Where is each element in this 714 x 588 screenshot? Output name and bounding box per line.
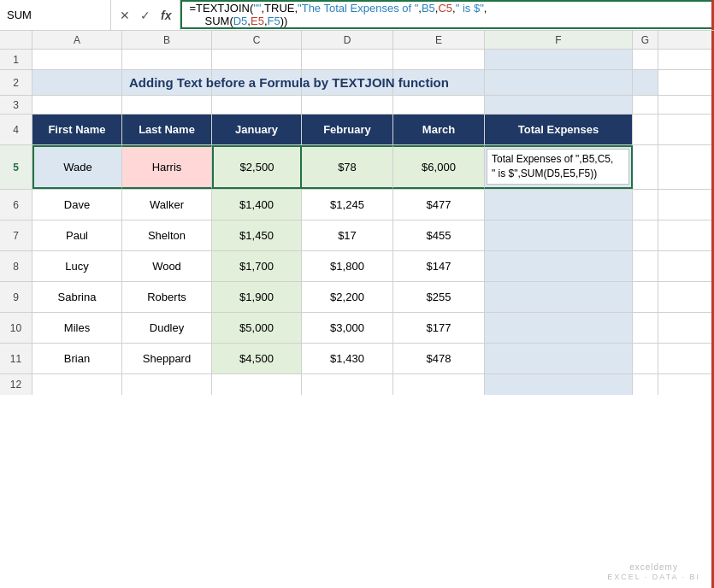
sheet-row-3: 3	[0, 96, 714, 115]
cell-7d[interactable]: $1,450	[212, 220, 302, 250]
cell-3e[interactable]	[302, 96, 393, 114]
cell-3f[interactable]	[393, 96, 485, 114]
insert-function-icon[interactable]: fx	[157, 7, 174, 24]
cell-7g[interactable]	[485, 220, 633, 250]
cell-9b[interactable]: Sabrina	[32, 282, 122, 312]
cell-12b[interactable]	[32, 374, 122, 395]
cell-8b[interactable]: Lucy	[32, 251, 122, 281]
cell-10e[interactable]: $3,000	[302, 313, 393, 343]
cell-6c[interactable]: Walker	[122, 190, 212, 220]
cell-10g[interactable]	[485, 313, 633, 343]
cell-11e[interactable]: $1,430	[302, 344, 393, 373]
col-header-e[interactable]: D	[302, 31, 393, 49]
sheet-row-8: 8 Lucy Wood $1,700 $1,800 $147	[0, 251, 714, 282]
cell-11d[interactable]: $4,500	[212, 344, 302, 373]
cell-11h[interactable]	[633, 344, 658, 373]
cell-8c[interactable]: Wood	[122, 251, 212, 281]
name-box[interactable]: SUM	[0, 0, 111, 30]
cell-11g[interactable]	[485, 344, 633, 373]
cell-9d[interactable]: $1,900	[212, 282, 302, 312]
cell-11b[interactable]: Brian	[32, 344, 122, 373]
cell-5d-value: $2,500	[240, 161, 274, 173]
cell-9c[interactable]: Roberts	[122, 282, 212, 312]
cell-7f[interactable]: $455	[393, 220, 485, 250]
cell-1c[interactable]	[122, 50, 212, 69]
cell-9g[interactable]	[485, 282, 633, 312]
cell-10b[interactable]: Miles	[32, 313, 122, 343]
cell-1e[interactable]	[302, 50, 393, 69]
cell-12d[interactable]	[212, 374, 302, 395]
cell-4g-header[interactable]: Total Expenses	[485, 115, 633, 144]
cell-4e-header[interactable]: February	[302, 115, 393, 144]
cell-5e[interactable]: $78	[302, 145, 393, 189]
confirm-icon[interactable]: ✓	[137, 7, 154, 24]
cell-5g[interactable]: Total Expenses of ",B5,C5," is $",SUM(D5…	[485, 145, 633, 189]
cell-10c[interactable]: Dudley	[122, 313, 212, 343]
cancel-icon[interactable]: ✕	[116, 7, 133, 24]
cell-2h[interactable]	[633, 70, 658, 95]
cell-3b[interactable]	[32, 96, 122, 114]
col-header-row-num	[0, 31, 32, 49]
cell-4d-header[interactable]: January	[212, 115, 302, 144]
formula-bar-text: =TEXTJOIN("",TRUE,"The Total Expenses of…	[189, 2, 487, 27]
cell-5f[interactable]: $6,000	[393, 145, 485, 189]
cell-4c-header[interactable]: Last Name	[122, 115, 212, 144]
header-february: February	[323, 123, 371, 136]
cell-5d[interactable]: $2,500	[212, 145, 302, 189]
cell-2b[interactable]: Adding Text before a Formula by TEXTJOIN…	[32, 70, 122, 95]
cell-1d[interactable]	[212, 50, 302, 69]
cell-11c[interactable]: Sheppard	[122, 344, 212, 373]
cell-8d[interactable]: $1,700	[212, 251, 302, 281]
cell-5c[interactable]: Harris	[122, 145, 212, 189]
col-header-c[interactable]: B	[122, 31, 212, 49]
cell-12e[interactable]	[302, 374, 393, 395]
cell-1b[interactable]	[32, 50, 122, 69]
cell-4b-header[interactable]: First Name	[32, 115, 122, 144]
cell-9h[interactable]	[633, 282, 658, 312]
cell-7h[interactable]	[633, 220, 658, 250]
cell-8e[interactable]: $1,800	[302, 251, 393, 281]
cell-3g[interactable]	[485, 96, 633, 114]
col-header-b[interactable]: A	[32, 31, 122, 49]
cell-6f[interactable]: $477	[393, 190, 485, 220]
cell-4f-header[interactable]: March	[393, 115, 485, 144]
cell-1g[interactable]	[485, 50, 633, 69]
col-header-d[interactable]: C	[212, 31, 302, 49]
cell-10f[interactable]: $177	[393, 313, 485, 343]
cell-6b[interactable]: Dave	[32, 190, 122, 220]
cell-5b[interactable]: Wade	[32, 145, 122, 189]
cell-1f[interactable]	[393, 50, 485, 69]
cell-12c[interactable]	[122, 374, 212, 395]
cell-8g[interactable]	[485, 251, 633, 281]
cell-3c[interactable]	[122, 96, 212, 114]
cell-3h[interactable]	[633, 96, 658, 114]
cell-7c[interactable]: Shelton	[122, 220, 212, 250]
cell-3d[interactable]	[212, 96, 302, 114]
header-last-name: Last Name	[139, 123, 195, 136]
cell-9f[interactable]: $255	[393, 282, 485, 312]
formula-bar[interactable]: =TEXTJOIN("",TRUE,"The Total Expenses of…	[180, 0, 714, 29]
cell-12f[interactable]	[393, 374, 485, 395]
cell-5h[interactable]	[633, 145, 658, 189]
cell-9e[interactable]: $2,200	[302, 282, 393, 312]
cell-12g[interactable]	[485, 374, 633, 395]
cell-7b[interactable]: Paul	[32, 220, 122, 250]
cell-4h[interactable]	[633, 115, 658, 144]
cell-10d[interactable]: $5,000	[212, 313, 302, 343]
cell-7e[interactable]: $17	[302, 220, 393, 250]
cell-8f[interactable]: $147	[393, 251, 485, 281]
cell-6h[interactable]	[633, 190, 658, 220]
col-header-h[interactable]: G	[633, 31, 658, 49]
col-header-f[interactable]: E	[393, 31, 485, 49]
cell-12h[interactable]	[633, 374, 658, 395]
header-january: January	[235, 123, 278, 136]
cell-6e[interactable]: $1,245	[302, 190, 393, 220]
cell-11f[interactable]: $478	[393, 344, 485, 373]
col-header-g[interactable]: F	[485, 31, 633, 49]
row-num-11: 11	[0, 344, 32, 373]
cell-8h[interactable]	[633, 251, 658, 281]
cell-6g[interactable]	[485, 190, 633, 220]
cell-10h[interactable]	[633, 313, 658, 343]
cell-1h[interactable]	[633, 50, 658, 69]
cell-6d[interactable]: $1,400	[212, 190, 302, 220]
